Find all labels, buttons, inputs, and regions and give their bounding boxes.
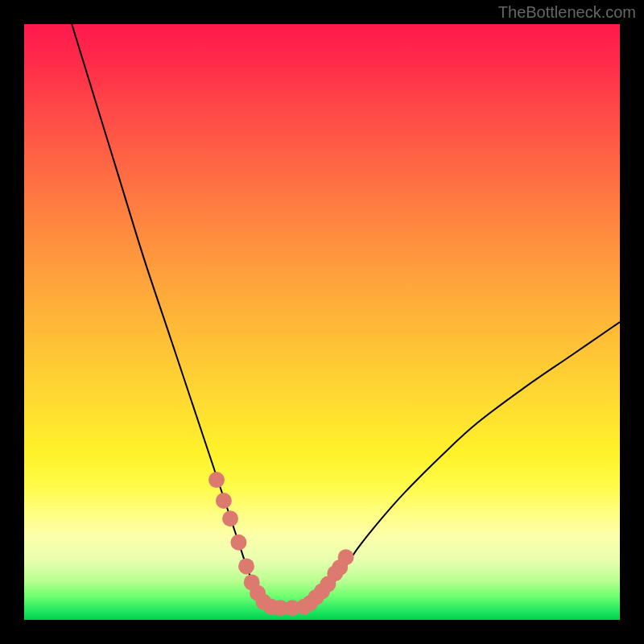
highlight-dot (238, 558, 254, 574)
highlight-dot (230, 535, 246, 551)
highlight-dot (338, 549, 354, 565)
chart-container: TheBottleneck.com (0, 0, 644, 644)
bottleneck-curve (72, 24, 620, 609)
watermark-text: TheBottleneck.com (498, 3, 636, 22)
highlight-markers (208, 472, 354, 616)
curve-svg (24, 24, 620, 620)
plot-area (24, 24, 620, 620)
highlight-dot (216, 493, 232, 509)
highlight-dot (222, 510, 238, 526)
highlight-dot (208, 472, 225, 488)
